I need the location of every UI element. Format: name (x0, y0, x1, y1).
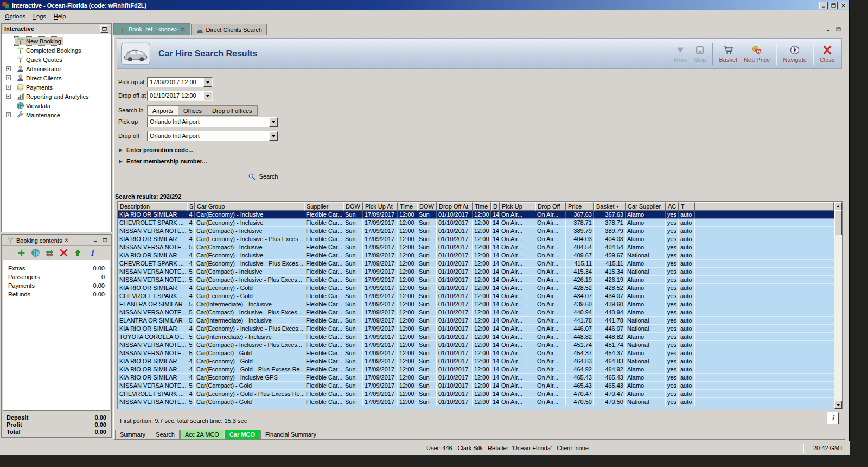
column-header-time-6[interactable]: Time (398, 202, 417, 211)
nett-price-button[interactable]: $%Nett Price (741, 43, 773, 64)
column-header-d-10[interactable]: D (491, 202, 500, 211)
column-header-pick-up-11[interactable]: Pick Up (500, 202, 535, 211)
info-icon[interactable]: i (87, 248, 97, 257)
dropdown-arrow-icon[interactable] (269, 131, 278, 141)
minimize-button[interactable] (819, 2, 828, 9)
result-row[interactable]: NISSAN VERSA NOTE...5Car(Compact) - Incl… (118, 243, 834, 251)
dropoff-at-combo[interactable]: 01/10/2017 12:00 (147, 91, 213, 101)
result-row[interactable]: CHEVROLET SPARK ...4Car(Economy) - GoldF… (118, 292, 834, 300)
bottom-tab-summary[interactable]: Summary (115, 430, 150, 439)
tab-direct-clients-search[interactable]: Direct Clients Search (191, 24, 267, 35)
maximize-button[interactable] (829, 2, 838, 9)
expand-plus-icon[interactable]: + (6, 66, 11, 71)
panel-collapse-button[interactable] (100, 25, 108, 33)
result-row[interactable]: NISSAN VERSA NOTE...5Car(Compact) - Incl… (118, 276, 834, 284)
result-row[interactable]: KIA RIO OR SIMILAR4Car(Economy) - Inclus… (118, 235, 834, 243)
column-header-dow-7[interactable]: DOW (417, 202, 437, 211)
scroll-down-button[interactable] (834, 401, 842, 409)
result-row[interactable]: CHEVROLET SPARK ...4Car(Economy) - Inclu… (118, 260, 834, 268)
delete-icon[interactable] (59, 248, 68, 257)
booking-row-passengers[interactable]: Passengers0 (3, 273, 110, 281)
sidebar-item-reporting-and-analytics[interactable]: +Reporting and Analytics (2, 92, 111, 101)
result-row[interactable]: KIA RIO OR SIMILAR4Car(Economy) - GoldFl… (118, 357, 834, 365)
promotion-code-toggle[interactable]: ▶ Enter promotion code... (119, 147, 193, 153)
column-header-ac-16[interactable]: AC (666, 202, 679, 211)
column-header-s-1[interactable]: S (187, 202, 195, 211)
result-row[interactable]: KIA RIO OR SIMILAR4Car(Economy) - Inclus… (118, 211, 834, 219)
sidebar-item-viewdata[interactable]: Viewdata (2, 101, 111, 110)
booking-row-payments[interactable]: Payments0.00 (3, 281, 110, 290)
move-up-icon[interactable] (73, 248, 82, 257)
result-row[interactable]: NISSAN VERSA NOTE...5Car(Compact) - Gold… (118, 382, 834, 390)
result-row[interactable]: NISSAN VERSA NOTE...5Car(Compact) - Gold… (118, 398, 834, 406)
scroll-up-button[interactable] (834, 202, 842, 210)
basket-button[interactable]: Basket (716, 43, 741, 64)
booking-contents-tab[interactable]: Booking contents (3, 235, 72, 245)
tab-book-ref-none[interactable]: Book. ref.: <none> (113, 23, 190, 35)
result-row[interactable]: KIA RIO OR SIMILAR4Car(Economy) - Gold -… (118, 365, 834, 374)
result-row[interactable]: KIA RIO OR SIMILAR4Car(Economy) - Inclus… (118, 374, 834, 382)
result-row[interactable]: NISSAN VERSA NOTE...5Car(Compact) - Incl… (118, 227, 834, 235)
search-button[interactable]: Search (237, 171, 289, 182)
dropdown-arrow-icon[interactable] (203, 91, 212, 100)
column-header-description-0[interactable]: Description (118, 202, 187, 211)
result-row[interactable]: KIA RIO OR SIMILAR4Car(Economy) - Inclus… (118, 325, 834, 333)
result-row[interactable]: KIA RIO OR SIMILAR4Car(Economy) - Inclus… (118, 251, 834, 260)
search-in-tab-offices[interactable]: Offices (178, 105, 207, 116)
navigate-button[interactable]: Navigate (780, 43, 809, 64)
membership-number-toggle[interactable]: ▶ Enter membership number... (119, 158, 207, 165)
panel-minimize-icon[interactable] (92, 237, 99, 243)
scrollbar-thumb[interactable] (834, 210, 842, 235)
sidebar-item-completed-bookings[interactable]: Completed Bookings (2, 46, 111, 55)
pickup-at-combo[interactable]: 17/09/2017 12:00 (147, 77, 213, 87)
expand-plus-icon[interactable]: + (6, 94, 11, 99)
dropdown-arrow-icon[interactable] (203, 78, 212, 87)
result-row[interactable]: NISSAN VERSA NOTE...5Car(Compact) - Gold… (118, 349, 834, 357)
globe-icon[interactable] (31, 248, 40, 257)
dropdown-arrow-icon[interactable] (269, 117, 278, 127)
bottom-tab-acc-2a-mco[interactable]: Acc 2A MCO (180, 430, 224, 439)
bottom-tab-search[interactable]: Search (151, 430, 180, 439)
transfer-icon[interactable] (45, 248, 54, 257)
mdi-minimize-icon[interactable] (825, 26, 832, 33)
result-row[interactable]: ELANTRA OR SIMILAR5Car(Intermediate) - I… (118, 300, 834, 308)
table-scrollbar[interactable] (834, 202, 842, 409)
bottom-tab-financial-summary[interactable]: Financial Summary (260, 430, 321, 439)
column-header-car-supplier-15[interactable]: Car Supplier (626, 202, 666, 211)
search-in-tab-drop-off-offices[interactable]: Drop off offices (207, 105, 258, 116)
booking-row-refunds[interactable]: Refunds0.00 (3, 290, 110, 299)
dropoff-combo[interactable]: Orlando Intl Airport (147, 131, 278, 141)
column-header-time-9[interactable]: Time (473, 202, 491, 211)
result-row[interactable]: ELANTRA OR SIMILAR5Car(Intermediate) - I… (118, 317, 834, 325)
result-row[interactable]: NISSAN VERSA NOTE...5Car(Compact) - Incl… (118, 341, 834, 349)
sidebar-item-new-booking[interactable]: New Booking (2, 36, 111, 46)
close-button[interactable]: Close (816, 43, 838, 64)
expand-plus-icon[interactable]: + (6, 85, 11, 90)
sidebar-item-quick-quotes[interactable]: Quick Quotes (2, 55, 111, 64)
info-button[interactable]: i (827, 412, 839, 424)
mdi-restore-icon[interactable] (835, 26, 842, 33)
column-header-supplier-3[interactable]: Supplier (304, 202, 343, 211)
result-row[interactable]: CHEVROLET SPARK ...4Car(Economy) - Gold … (118, 390, 834, 398)
panel-close-icon[interactable] (64, 238, 69, 243)
search-in-tab-airports[interactable]: Airports (147, 105, 178, 116)
sidebar-item-administrator[interactable]: +Administrator (2, 64, 111, 73)
result-row[interactable]: TOYOTA COROLLA O...5Car(Intermediate) - … (118, 333, 834, 341)
sidebar-item-maintenance[interactable]: +Maintenance (2, 110, 111, 119)
menu-logs[interactable]: Logs (29, 12, 50, 21)
sidebar-item-direct-clients[interactable]: +Direct Clients (2, 73, 111, 83)
column-header-pick-up-at-5[interactable]: Pick Up At (363, 202, 398, 211)
result-row[interactable]: CHEVROLET SPARK ...4Car(Economy) - Inclu… (118, 219, 834, 227)
sidebar-item-payments[interactable]: +Payments (2, 83, 111, 92)
booking-row-extras[interactable]: Extras0.00 (3, 264, 110, 273)
column-header-drop-off-at-8[interactable]: Drop Off At (437, 202, 473, 211)
column-header-basket-14[interactable]: Basket▼ (594, 202, 626, 211)
result-row[interactable]: KIA RIO OR SIMILAR4Car(Economy) - GoldFl… (118, 284, 834, 292)
result-row[interactable]: NISSAN VERSA NOTE...5Car(Compact) - Incl… (118, 268, 834, 276)
tab-close-icon[interactable] (180, 27, 186, 32)
menu-options[interactable]: Options (1, 12, 29, 21)
column-header-drop-off-12[interactable]: Drop Off (535, 202, 566, 211)
menu-help[interactable]: Help (50, 12, 70, 21)
bottom-tab-car-mco[interactable]: Car MCO (225, 430, 260, 439)
add-icon[interactable] (17, 248, 26, 257)
